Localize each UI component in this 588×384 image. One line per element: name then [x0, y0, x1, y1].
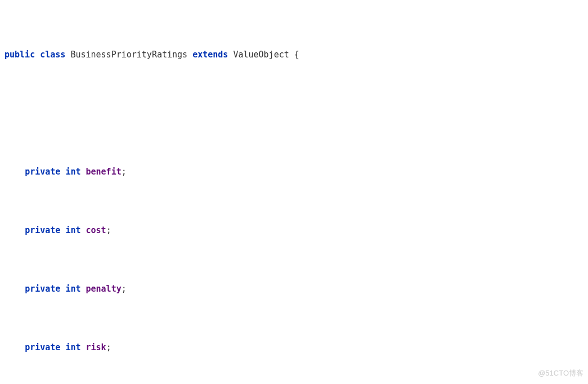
field-cost: cost	[86, 225, 106, 235]
semicolon: ;	[106, 225, 111, 235]
keyword-int: int	[65, 167, 80, 177]
keyword-private: private	[25, 167, 60, 177]
superclass-name: ValueObject	[233, 50, 289, 60]
keyword-private: private	[25, 342, 60, 352]
code-line[interactable]: private int benefit;	[0, 164, 588, 179]
semicolon: ;	[106, 342, 111, 352]
watermark-text: @51CTO博客	[538, 366, 583, 381]
field-risk: risk	[86, 342, 106, 352]
keyword-extends: extends	[192, 50, 228, 60]
field-benefit: benefit	[86, 167, 122, 177]
code-line[interactable]: private int penalty;	[0, 282, 588, 296]
code-line-blank[interactable]	[0, 106, 588, 120]
keyword-int: int	[65, 225, 80, 235]
code-line[interactable]: private int cost;	[0, 223, 588, 238]
keyword-private: private	[25, 225, 60, 235]
brace-open: {	[294, 50, 299, 60]
code-line[interactable]: public class BusinessPriorityRatings ext…	[0, 47, 588, 62]
keyword-class: class	[40, 50, 65, 60]
semicolon: ;	[122, 167, 127, 177]
keyword-private: private	[25, 284, 60, 294]
keyword-int: int	[65, 342, 80, 352]
code-line[interactable]: private int risk;	[0, 340, 588, 355]
keyword-int: int	[65, 284, 80, 294]
field-penalty: penalty	[86, 284, 122, 294]
class-name: BusinessPriorityRatings	[70, 50, 187, 60]
keyword-public: public	[5, 50, 35, 60]
code-editor[interactable]: public class BusinessPriorityRatings ext…	[0, 0, 588, 384]
semicolon: ;	[122, 284, 127, 294]
